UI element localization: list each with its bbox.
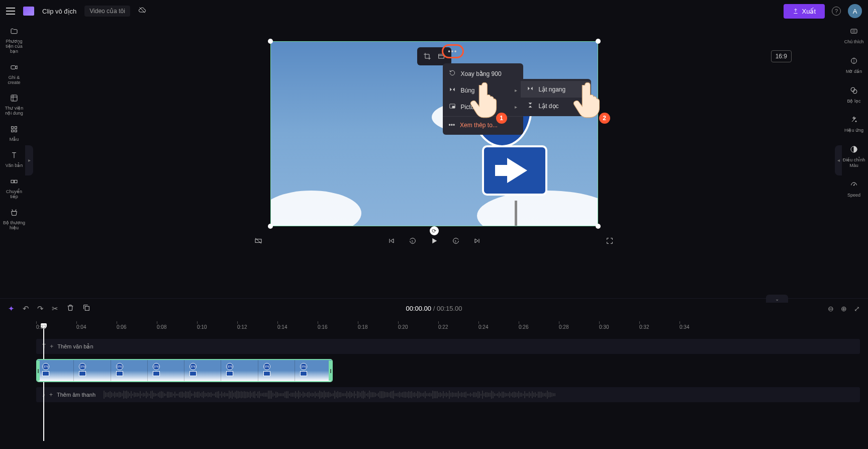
svg-rect-3 [12, 127, 14, 129]
svg-rect-7 [11, 180, 14, 183]
fade-icon [850, 57, 858, 67]
timeline-ruler[interactable]: 0:02 0:04 0:06 0:08 0:10 0:12 0:14 0:16 … [8, 324, 860, 330]
svg-rect-23 [85, 306, 89, 310]
export-button[interactable]: Xuất [784, 4, 825, 19]
collapse-right-panel-icon[interactable]: ◂ [835, 145, 842, 175]
time-display: 00:00.00 / 00:15.00 [406, 305, 462, 312]
app-header: Clip vô địch Video của tôi Xuất ? A [0, 0, 868, 22]
clip-title[interactable]: Clip vô địch [42, 8, 76, 15]
sidebar-item-fade[interactable]: Mờ dần [846, 57, 862, 74]
sidebar-item-text[interactable]: Văn bản [2, 151, 27, 168]
canvas-area: ••• 16:9 376 Đây ⟳ Xoay [28, 22, 840, 298]
more-options-icon[interactable]: ••• [448, 48, 458, 55]
sidebar-item-effects[interactable]: Hiệu ứng [844, 116, 863, 133]
sidebar-item-library[interactable]: Thư viện nội dung [2, 94, 27, 116]
video-preview[interactable]: 376 Đây ⟳ [270, 41, 598, 226]
sidebar-item-templates[interactable]: Mẫu [2, 125, 27, 142]
captions-icon: CC [850, 27, 858, 38]
step-number-badge: 1 [496, 113, 507, 124]
sidebar-item-adjust[interactable]: Điều chỉnh Màu [840, 145, 868, 168]
preview-content-arrow-sign [482, 145, 547, 196]
resize-handle-tl[interactable] [268, 39, 273, 44]
sidebar-label: Chuyển tiếp [2, 190, 27, 200]
more-options-highlight: ••• [442, 44, 464, 58]
sidebar-item-captions[interactable]: CC Chú thích [844, 27, 864, 45]
redo-icon[interactable]: ↷ [37, 304, 44, 313]
header-left: Clip vô địch Video của tôi [6, 6, 146, 17]
svg-text:CC: CC [852, 30, 856, 33]
timeline-panel: ⌄ ✦ ↶ ↷ ✂ 00:00.00 / 00:15.00 ⊖ ⊕ ⤢ 0:02… [0, 298, 868, 449]
svg-rect-1 [11, 65, 16, 69]
effects-icon [850, 116, 858, 126]
zoom-controls: ⊖ ⊕ ⤢ [828, 305, 860, 313]
project-name-tab[interactable]: Video của tôi [84, 6, 130, 17]
brand-icon [10, 209, 18, 219]
flip-icon [449, 86, 456, 95]
pip-icon [449, 103, 456, 111]
delete-icon[interactable] [66, 304, 74, 313]
sidebar-item-filter[interactable]: Bộ lọc [847, 86, 860, 104]
sidebar-item-transitions[interactable]: Chuyển tiếp [2, 177, 27, 200]
zoom-in-icon[interactable]: ⊕ [841, 305, 847, 313]
sidebar-label: Văn bản [6, 163, 23, 168]
menu-item-rotate[interactable]: Xoay bằng 900 [443, 65, 523, 82]
undo-icon[interactable]: ↶ [23, 304, 29, 313]
skip-end-icon[interactable] [473, 237, 481, 247]
text-track[interactable]: T + Thêm văn bản [36, 339, 860, 354]
sidebar-label: Bộ thương hiệu [2, 221, 27, 231]
forward-5-icon[interactable]: 5 [452, 237, 460, 247]
zoom-fit-icon[interactable]: ⤢ [854, 305, 860, 313]
svg-text:5: 5 [412, 240, 413, 243]
track-label: Thêm văn bản [57, 343, 93, 350]
help-icon[interactable]: ? [832, 7, 841, 16]
expand-timeline-icon[interactable]: ⌄ [766, 295, 788, 303]
audio-track[interactable]: ♪ + Thêm âm thanh [36, 387, 860, 402]
video-track[interactable]: 376 376 376 376 376 376 376 376 ‖ ‖ [36, 359, 860, 382]
sidebar-label: Phương tiện của bạn [2, 39, 27, 54]
preview-frame: 376 Đây [270, 41, 598, 226]
svg-rect-11 [452, 106, 455, 108]
sidebar-label: Hiệu ứng [844, 128, 863, 133]
cloud-sync-icon[interactable] [138, 6, 146, 16]
sidebar-item-record[interactable]: Ghi & create [2, 63, 27, 85]
split-icon[interactable]: ✂ [52, 304, 58, 313]
rotate-icon [449, 69, 456, 78]
user-avatar[interactable]: A [848, 4, 862, 18]
timeline-toolbar: ✦ ↶ ↷ ✂ 00:00.00 / 00:15.00 ⊖ ⊕ ⤢ [8, 302, 860, 315]
filter-icon [850, 86, 858, 97]
flip-horizontal-icon [527, 85, 534, 94]
more-icon: ••• [449, 122, 455, 129]
menu-item-label: Lật ngang [539, 86, 566, 93]
tutorial-hand-pointer-1: 1 [467, 81, 502, 121]
flip-vertical-icon [527, 102, 534, 110]
sidebar-label: Thư viện nội dung [2, 106, 27, 116]
app-body: Phương tiện của bạn Ghi & create Thư việ… [0, 22, 868, 298]
sidebar-item-speed[interactable]: Speed [847, 181, 860, 198]
clip-trim-left[interactable]: ‖ [36, 361, 40, 381]
adjust-color-icon [850, 145, 858, 156]
playhead[interactable] [43, 325, 44, 441]
sidebar-item-brand[interactable]: Bộ thương hiệu [2, 209, 27, 231]
rewind-5-icon[interactable]: 5 [409, 237, 417, 247]
ai-sparkle-icon[interactable]: ✦ [8, 304, 15, 313]
brand-logo-icon [23, 7, 34, 16]
hide-panels-icon[interactable] [254, 237, 262, 247]
resize-handle-tr[interactable] [596, 39, 601, 44]
skip-start-icon[interactable] [388, 237, 396, 247]
video-clip[interactable]: 376 376 376 376 376 376 376 376 [36, 359, 333, 382]
svg-rect-4 [15, 127, 17, 129]
hamburger-menu-icon[interactable] [6, 8, 15, 15]
clip-trim-right[interactable]: ‖ [329, 361, 332, 381]
play-icon[interactable] [430, 236, 439, 247]
speed-icon [850, 181, 858, 191]
aspect-ratio-button[interactable]: 16:9 [771, 50, 792, 62]
duplicate-icon[interactable] [82, 304, 90, 313]
step-number-badge: 2 [599, 113, 610, 124]
chevron-right-icon: ▸ [515, 87, 517, 93]
svg-rect-6 [15, 130, 17, 132]
fullscreen-icon[interactable] [606, 237, 614, 247]
sidebar-item-media[interactable]: Phương tiện của bạn [2, 27, 27, 54]
sidebar-label: Mẫu [10, 137, 19, 142]
crop-icon[interactable] [421, 50, 433, 62]
zoom-out-icon[interactable]: ⊖ [828, 305, 834, 313]
